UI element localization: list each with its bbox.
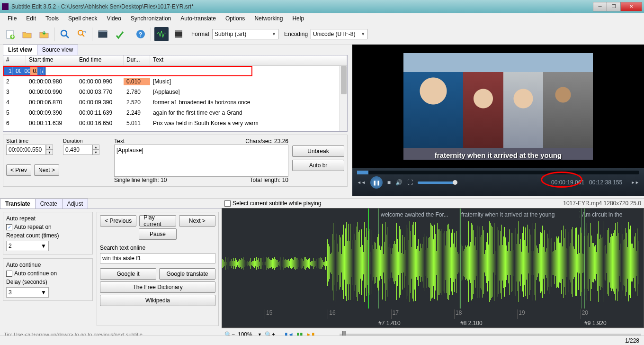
select-current-checkbox[interactable]: Select current subtitle while playing [224, 200, 321, 207]
wave-mark: #9 1.920 [584, 320, 607, 327]
spin-up-icon[interactable]: ▲ [46, 145, 53, 150]
replace-icon[interactable] [75, 27, 89, 41]
menu-file[interactable]: File [3, 14, 21, 23]
close-button[interactable]: ✕ [620, 2, 642, 11]
free-dictionary-button[interactable]: The Free Dictionary [100, 281, 215, 293]
single-line-length: Single line length: 10 [114, 177, 167, 183]
table-row[interactable]: 600:00:11.63900:00:16.6505.011Prix was h… [3, 118, 347, 128]
tab-list-view[interactable]: List view [3, 45, 37, 55]
chevron-down-icon: ▼ [41, 289, 46, 296]
maximize-button[interactable]: ❐ [607, 2, 621, 11]
menu-options[interactable]: Options [221, 14, 250, 23]
google-it-button[interactable]: Google it [100, 268, 156, 280]
table-row[interactable]: 100:00:00.55000:00:00.9800.430[Applause] [3, 66, 46, 76]
play-current-button[interactable]: Play current [139, 215, 176, 227]
menu-video[interactable]: Video [102, 14, 125, 23]
table-row[interactable]: 400:00:06.87000:00:09.3902.520former a1 … [3, 97, 347, 108]
encoding-label: Encoding [284, 31, 308, 37]
app-icon [2, 3, 9, 10]
tab-translate[interactable]: Translate [0, 199, 36, 209]
repeat-count-select[interactable]: 2▼ [6, 241, 49, 251]
minimize-button[interactable]: ─ [593, 2, 607, 11]
tab-create[interactable]: Create [35, 199, 63, 209]
seek-bar[interactable] [357, 171, 639, 174]
scrollbar[interactable] [340, 66, 347, 131]
play-pause-button[interactable]: ❚❚ [370, 176, 383, 189]
col-start[interactable]: Start time [26, 55, 76, 65]
video-frame[interactable] [403, 53, 593, 160]
status-position: 1/228 [625, 337, 639, 344]
skip-forward-icon[interactable]: ►► [631, 180, 639, 185]
col-text[interactable]: Text [150, 55, 347, 65]
wave-subtitle-label: welcome awaited the For... [378, 211, 459, 218]
svg-line-4 [66, 35, 69, 38]
unbreak-button[interactable]: Unbreak [292, 145, 344, 157]
table-row[interactable]: 300:00:00.99000:00:03.7702.780[Applause] [3, 87, 347, 97]
volume-slider[interactable] [418, 182, 456, 184]
google-translate-button[interactable]: Google translate [159, 268, 215, 280]
prev-button[interactable]: < Prev [6, 164, 31, 176]
delay-select[interactable]: 3▼ [6, 287, 49, 298]
format-combo[interactable]: SubRip (.srt)▼ [212, 29, 278, 39]
menu-help[interactable]: Help [287, 14, 309, 23]
new-file-icon[interactable]: + [3, 27, 17, 41]
video-control-bar: ◄◄ ❚❚ ■ 🔊 ⛶ 00:00:19.061 00:12:38.155 ►► [352, 168, 644, 196]
waveform-display[interactable]: welcome awaited the For... fraternity wh… [222, 208, 644, 328]
spin-down-icon[interactable]: ▼ [46, 150, 53, 155]
volume-icon[interactable]: 🔊 [395, 179, 402, 186]
menu-spell-check[interactable]: Spell check [63, 14, 102, 23]
auto-repeat-group: Auto repeat ✓Auto repeat on Repeat count… [3, 212, 93, 254]
previous-button[interactable]: < Previous [100, 215, 136, 227]
visual-sync-icon[interactable] [96, 27, 110, 41]
menu-edit[interactable]: Edit [21, 14, 41, 23]
search-label: Search text online [100, 245, 215, 251]
auto-repeat-checkbox[interactable]: ✓Auto repeat on [6, 224, 89, 230]
spin-down-icon[interactable]: ▼ [92, 150, 99, 155]
next-button[interactable]: Next > [179, 215, 215, 227]
spell-check-icon[interactable] [113, 27, 127, 41]
total-length: Total length: 10 [250, 177, 288, 183]
col-number[interactable]: # [3, 55, 26, 65]
spin-up-icon[interactable]: ▲ [92, 145, 99, 150]
tab-source-view[interactable]: Source view [37, 45, 78, 55]
lower-tabs: Translate Create Adjust [0, 199, 222, 209]
pause-button[interactable]: Pause [139, 228, 177, 240]
table-row[interactable]: 500:00:09.39000:00:11.6392.249again for … [3, 108, 347, 118]
subtitle-table[interactable]: # Start time End time Dur... Text 100:00… [3, 55, 348, 132]
find-icon[interactable] [58, 27, 72, 41]
play-controls-group: < Previous Play current Next > Pause Sea… [97, 212, 219, 326]
wave-slider[interactable] [340, 334, 641, 336]
auto-repeat-title: Auto repeat [6, 215, 89, 222]
menu-tools[interactable]: Tools [41, 14, 63, 23]
window-title: Subtitle Edit 3.5.2 - C:\Users\Abhishek … [11, 3, 593, 10]
menu-networking[interactable]: Networking [250, 14, 287, 23]
auto-continue-checkbox[interactable]: Auto continue on [6, 270, 89, 277]
col-duration[interactable]: Dur... [124, 55, 150, 65]
duration-input[interactable] [63, 145, 92, 155]
wave-mark: #7 1.410 [378, 320, 401, 327]
help-icon[interactable]: ? [134, 27, 148, 41]
waveform-icon[interactable] [154, 27, 169, 41]
search-input[interactable] [100, 253, 215, 263]
menu-synchronization[interactable]: Synchronization [126, 14, 176, 23]
svg-rect-12 [175, 30, 182, 32]
duration-label: Duration [63, 138, 110, 144]
save-file-icon[interactable] [37, 27, 51, 41]
skip-back-icon[interactable]: ◄◄ [357, 180, 366, 185]
stop-button[interactable]: ■ [387, 179, 391, 186]
table-row[interactable]: 200:00:00.98000:00:00.9900.010[Music] [3, 76, 347, 87]
open-file-icon[interactable] [20, 27, 34, 41]
wikipedia-button[interactable]: Wikipedia [100, 295, 215, 306]
tab-adjust[interactable]: Adjust [62, 199, 88, 209]
video-clip-icon[interactable] [171, 27, 186, 41]
text-input[interactable]: [Applause] [114, 145, 288, 177]
svg-rect-8 [98, 31, 107, 32]
start-time-input[interactable] [6, 145, 46, 155]
toolbar: + ? Format SubRip (.srt)▼ Encoding Unico… [0, 24, 644, 45]
menu-auto-translate[interactable]: Auto-translate [176, 14, 221, 23]
encoding-combo[interactable]: Unicode (UTF-8)▼ [311, 29, 367, 39]
fullscreen-icon[interactable]: ⛶ [407, 179, 413, 186]
col-end[interactable]: End time [76, 55, 124, 65]
auto-br-button[interactable]: Auto br [292, 160, 344, 171]
next-button[interactable]: Next > [34, 164, 59, 176]
